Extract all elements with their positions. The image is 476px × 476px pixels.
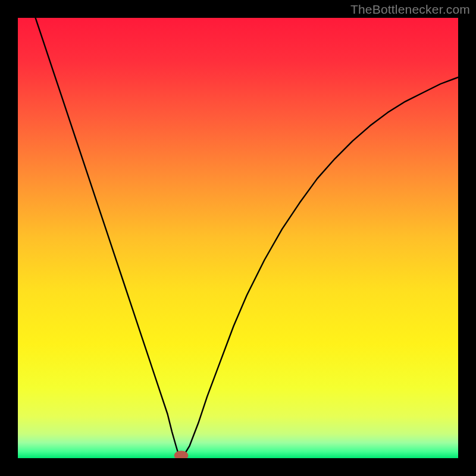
gradient-background [18,18,458,458]
attribution-label: TheBottleneсker.com [350,2,470,17]
plot-area [18,18,458,458]
bottleneck-chart [18,18,458,458]
chart-frame: TheBottleneсker.com [0,0,476,476]
